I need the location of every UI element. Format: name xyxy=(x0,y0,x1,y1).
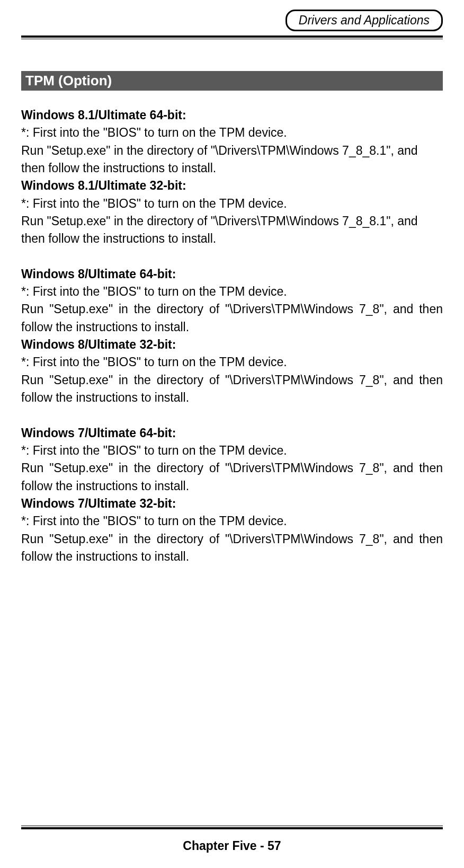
header-title: Drivers and Applications xyxy=(299,13,430,27)
os-heading: Windows 7/Ultimate 32-bit: xyxy=(21,495,443,512)
bios-note: *: First into the "BIOS" to turn on the … xyxy=(21,283,443,300)
os-heading: Windows 8.1/Ultimate 64-bit: xyxy=(21,107,443,124)
footer-rule xyxy=(21,826,443,829)
install-instruction: Run "Setup.exe" in the directory of "\Dr… xyxy=(21,459,443,495)
entries-container: Windows 8.1/Ultimate 64-bit:*: First int… xyxy=(21,107,443,565)
page-content: TPM (Option) Windows 8.1/Ultimate 64-bit… xyxy=(0,71,464,565)
bios-note: *: First into the "BIOS" to turn on the … xyxy=(21,512,443,530)
install-instruction: Run "Setup.exe" in the directory of "\Dr… xyxy=(21,300,443,336)
install-instruction: Run "Setup.exe" in the directory of "\Dr… xyxy=(21,142,443,178)
header-title-box: Drivers and Applications xyxy=(285,10,443,31)
section-heading: TPM (Option) xyxy=(21,71,443,91)
os-heading: Windows 8/Ultimate 64-bit: xyxy=(21,265,443,283)
bios-note: *: First into the "BIOS" to turn on the … xyxy=(21,195,443,212)
bios-note: *: First into the "BIOS" to turn on the … xyxy=(21,353,443,371)
install-instruction: Run "Setup.exe" in the directory of "\Dr… xyxy=(21,371,443,407)
install-instruction: Run "Setup.exe" in the directory of "\Dr… xyxy=(21,530,443,566)
os-heading: Windows 8/Ultimate 32-bit: xyxy=(21,336,443,353)
page-footer: Chapter Five - 57 xyxy=(0,826,464,853)
install-instruction: Run "Setup.exe" in the directory of "\Dr… xyxy=(21,212,443,248)
spacer xyxy=(21,407,443,424)
os-heading: Windows 7/Ultimate 64-bit: xyxy=(21,424,443,442)
bios-note: *: First into the "BIOS" to turn on the … xyxy=(21,442,443,459)
page-header: Drivers and Applications xyxy=(0,0,464,39)
os-heading: Windows 8.1/Ultimate 32-bit: xyxy=(21,177,443,194)
footer-text: Chapter Five - 57 xyxy=(21,839,443,853)
bios-note: *: First into the "BIOS" to turn on the … xyxy=(21,124,443,141)
header-rule xyxy=(21,36,443,39)
spacer xyxy=(21,248,443,265)
